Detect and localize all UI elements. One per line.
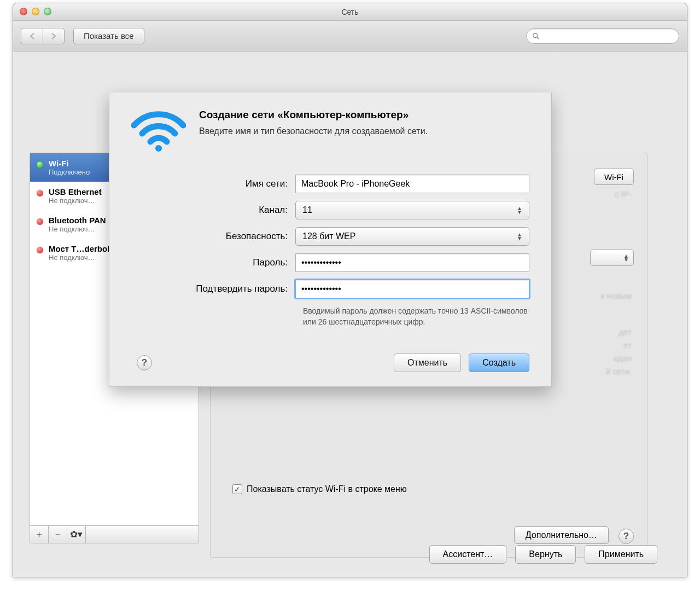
sidebar-item-name: USB Ethernet: [49, 187, 102, 196]
traffic-lights: [20, 8, 51, 15]
confirm-password-input[interactable]: [295, 280, 529, 298]
create-network-sheet: Создание сети «Компьютер-компьютер» Введ…: [109, 92, 552, 387]
channel-row: Канал: 11 ▲▼: [131, 201, 529, 219]
nav-back-button[interactable]: [21, 28, 43, 44]
service-actions-button[interactable]: ✿▾: [67, 526, 86, 543]
help-button[interactable]: ?: [619, 529, 634, 544]
network-name-row: Имя сети:: [131, 175, 529, 193]
show-all-button[interactable]: Показать все: [73, 28, 144, 44]
advanced-button[interactable]: Дополнительно…: [514, 526, 609, 544]
security-value: 128 бит WEP: [302, 231, 355, 241]
obscured-text: дет: [619, 327, 632, 337]
cancel-button[interactable]: Отменить: [394, 354, 461, 372]
svg-point-2: [155, 145, 162, 152]
password-input[interactable]: [295, 253, 529, 272]
apply-button[interactable]: Применить: [585, 545, 657, 564]
search-icon: [532, 32, 540, 40]
close-window-button[interactable]: [20, 8, 27, 15]
chevron-right-icon: [51, 33, 56, 39]
show-status-row: ✓ Показывать статус Wi-Fi в строке меню: [232, 484, 407, 494]
password-row: Пароль:: [131, 253, 529, 272]
chevron-left-icon: [30, 33, 35, 39]
create-button[interactable]: Создать: [469, 354, 529, 372]
sheet-header: Создание сети «Компьютер-компьютер» Введ…: [131, 109, 529, 153]
sheet-title: Создание сети «Компьютер-компьютер»: [199, 109, 428, 121]
security-row: Безопасность: 128 бит WEP ▲▼: [131, 227, 529, 246]
stepper-icon: ▲▼: [517, 233, 522, 240]
confirm-password-label: Подтвердить пароль:: [131, 283, 295, 294]
zoom-window-button[interactable]: [44, 8, 51, 15]
obscured-text: й сети.: [606, 367, 632, 376]
password-hint: Вводимый пароль должен содержать точно 1…: [303, 306, 533, 327]
sidebar-item-status: Не подключ…: [49, 225, 106, 233]
add-service-button[interactable]: ＋: [30, 526, 49, 543]
bottom-actions: Ассистент… Вернуть Применить: [429, 545, 657, 564]
obscured-text: ет: [623, 340, 632, 350]
sheet-help-button[interactable]: ?: [137, 355, 152, 370]
svg-line-1: [537, 37, 539, 39]
password-label: Пароль:: [131, 257, 295, 268]
status-dot-icon: [37, 247, 43, 253]
stepper-icon: ▲▼: [517, 206, 522, 214]
nav-forward-button[interactable]: [43, 28, 65, 44]
security-label: Безопасность:: [131, 231, 295, 242]
obscured-text: адан: [613, 354, 632, 363]
window-title: Сеть: [341, 8, 358, 16]
sidebar-item-name: Wi-Fi: [49, 159, 90, 168]
sidebar-item-name: Bluetooth PAN: [49, 216, 106, 225]
security-dropdown[interactable]: 128 бит WEP ▲▼: [295, 227, 529, 246]
remove-service-button[interactable]: －: [49, 526, 67, 543]
preferences-window: Сеть Показать все Wi-Fi Подключено: [13, 3, 687, 577]
network-name-label: Имя сети:: [131, 178, 295, 189]
search-input[interactable]: [526, 28, 679, 44]
channel-value: 11: [302, 205, 312, 215]
status-dot-icon: [37, 190, 43, 196]
obscured-text: к новым: [601, 291, 632, 300]
sheet-footer: ? Отменить Создать: [131, 354, 529, 372]
sidebar-footer: ＋ － ✿▾: [30, 525, 199, 543]
status-dot-icon: [37, 218, 43, 225]
confirm-password-row: Подтвердить пароль:: [131, 280, 529, 298]
show-status-label: Показывать статус Wi-Fi в строке меню: [247, 484, 407, 494]
sidebar-item-status: Не подключ…: [49, 196, 102, 205]
channel-label: Канал:: [131, 205, 295, 216]
status-dot-icon: [37, 161, 43, 168]
network-name-input[interactable]: [295, 175, 529, 193]
titlebar: Сеть: [13, 3, 687, 21]
assistant-button[interactable]: Ассистент…: [429, 545, 507, 564]
sidebar-item-name: Мост T…derbolt: [49, 244, 112, 253]
revert-button[interactable]: Вернуть: [515, 545, 576, 564]
background-dropdown[interactable]: ▲▼: [590, 250, 634, 266]
sidebar-item-status: Подключено: [49, 168, 90, 176]
obscured-text: с IP-: [615, 189, 632, 199]
wifi-toggle-button[interactable]: Wi-Fi: [594, 169, 634, 185]
channel-dropdown[interactable]: 11 ▲▼: [295, 201, 529, 219]
nav-segment: [21, 28, 65, 44]
gear-icon: ✿▾: [70, 529, 83, 540]
svg-point-0: [533, 33, 538, 37]
minimize-window-button[interactable]: [32, 8, 39, 15]
content-area: Wi-Fi Подключено USB Ethernet Не подключ…: [13, 51, 687, 577]
wifi-icon: [131, 109, 186, 153]
show-status-checkbox[interactable]: ✓: [232, 484, 242, 494]
sheet-subtitle: Введите имя и тип безопасности для созда…: [199, 126, 428, 136]
toolbar: Показать все: [13, 21, 687, 51]
sidebar-item-status: Не подключ…: [49, 253, 112, 262]
